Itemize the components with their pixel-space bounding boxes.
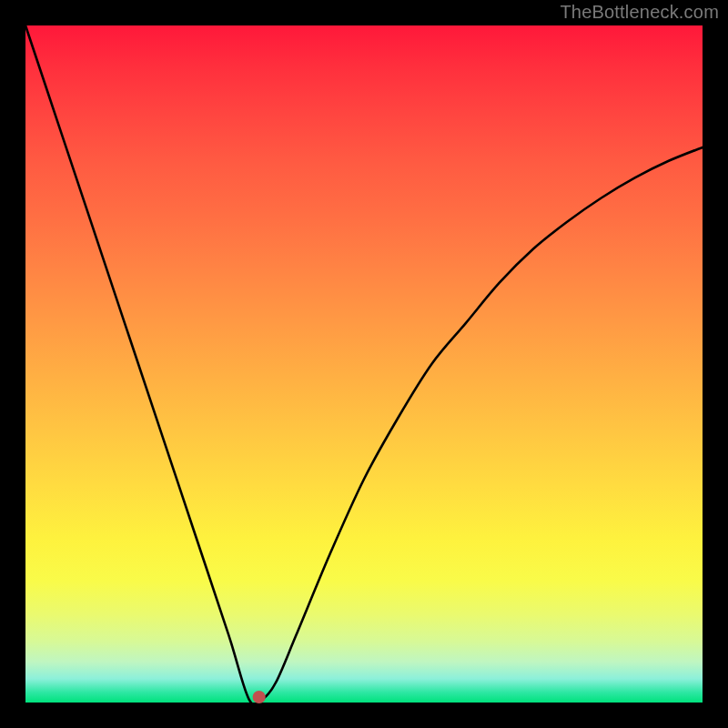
bottleneck-curve: [25, 25, 703, 704]
watermark-text: TheBottleneck.com: [560, 2, 719, 23]
chart-frame: TheBottleneck.com: [0, 0, 728, 728]
curve-layer: [25, 25, 703, 703]
plot-area: [25, 25, 703, 703]
minimum-marker: [253, 691, 266, 703]
